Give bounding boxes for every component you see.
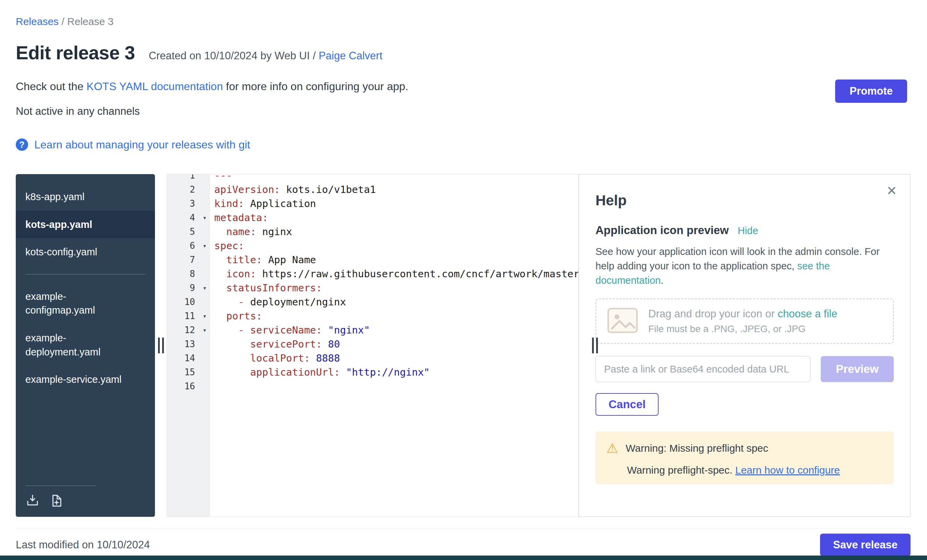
panel-drag-handle-icon[interactable] <box>592 338 598 354</box>
code-line[interactable]: 10 - deployment/nginx <box>167 295 578 309</box>
code-line[interactable]: 9▾ statusInformers: <box>167 281 578 295</box>
help-panel: × Help Application icon preview Hide See… <box>579 174 910 517</box>
paste-link-row: Preview <box>596 356 894 382</box>
file-tree-secondary: example-configmap.yamlexample-deployment… <box>16 283 155 393</box>
code-line[interactable]: 4▾metadata: <box>167 211 578 225</box>
code-line[interactable]: 2apiVersion: kots.io/v1beta1 <box>167 182 578 196</box>
created-info: Created on 10/10/2024 by Web UI / Paige … <box>149 50 383 62</box>
line-number: 5 <box>167 226 210 237</box>
last-modified-text: Last modified on 10/10/2024 <box>16 539 150 551</box>
preview-button[interactable]: Preview <box>821 356 894 382</box>
icon-preview-description: See how your application icon will look … <box>596 244 894 288</box>
channel-status: Not active in any channels <box>16 105 910 118</box>
code-line[interactable]: 13 servicePort: 80 <box>167 337 578 351</box>
dropzone-text: Drag and drop your icon or choose a file <box>648 308 837 320</box>
file-tree: k8s-app.yamlkots-app.yamlkots-config.yam… <box>16 174 155 517</box>
code-text: apiVersion: kots.io/v1beta1 <box>210 184 376 195</box>
file-tree-footer <box>25 486 96 508</box>
description-text: See how your application icon will look … <box>596 246 880 272</box>
image-placeholder-icon <box>607 307 638 335</box>
docs-text-before: Check out the <box>16 80 83 93</box>
icon-preview-section-header: Application icon preview Hide <box>596 224 894 237</box>
fold-caret-icon[interactable]: ▾ <box>203 284 207 292</box>
help-panel-title: Help <box>596 192 894 209</box>
breadcrumb-separator: / <box>61 16 64 27</box>
file-tree-item[interactable]: k8s-app.yaml <box>16 183 155 211</box>
save-release-button[interactable]: Save release <box>820 534 910 556</box>
drag-handle-icon[interactable] <box>158 338 164 354</box>
code-text: localPort: 8888 <box>210 352 340 364</box>
file-tree-item[interactable]: example-configmap.yaml <box>16 283 155 324</box>
code-text: --- <box>210 174 232 181</box>
fold-caret-icon[interactable]: ▾ <box>203 326 207 334</box>
warning-title: Warning: Missing preflight spec <box>626 442 768 454</box>
code-line[interactable]: 16 <box>167 379 578 393</box>
code-line[interactable]: 12▾ - serviceName: "nginx" <box>167 323 578 337</box>
title-row: Edit release 3 Created on 10/10/2024 by … <box>16 42 910 64</box>
bottom-edge-strip <box>0 555 927 560</box>
fold-caret-icon[interactable]: ▾ <box>203 241 207 250</box>
line-number: 8 <box>167 269 210 279</box>
code-line[interactable]: 6▾spec: <box>167 238 578 253</box>
file-tree-item[interactable]: kots-app.yaml <box>16 211 155 238</box>
line-number: 7 <box>167 255 210 265</box>
code-line[interactable]: 15 applicationUrl: "http://nginx" <box>167 365 578 379</box>
file-tree-divider <box>25 274 145 275</box>
fold-caret-icon[interactable]: ▾ <box>203 214 207 222</box>
upload-file-icon[interactable] <box>25 493 40 508</box>
created-text: Created on 10/10/2024 by Web UI / <box>149 50 316 62</box>
promote-button[interactable]: Promote <box>835 79 907 103</box>
docs-text-after: for more info on configuring your app. <box>226 80 408 93</box>
code-line[interactable]: 3kind: Application <box>167 196 578 211</box>
warning-detail: Warning preflight-spec. Learn how to con… <box>627 464 883 476</box>
file-tree-item[interactable]: example-service.yaml <box>16 366 155 393</box>
file-tree-item[interactable]: example-deployment.yaml <box>16 324 155 366</box>
code-text: spec: <box>210 240 244 252</box>
line-number: 3 <box>167 199 210 209</box>
yaml-code-editor[interactable]: 1---2apiVersion: kots.io/v1beta13kind: A… <box>167 174 579 517</box>
line-number: 9▾ <box>167 283 210 293</box>
icon-url-input[interactable] <box>596 356 810 382</box>
line-number: 14 <box>167 353 210 363</box>
file-tree-item[interactable]: kots-config.yaml <box>16 238 155 266</box>
code-text: metadata: <box>210 212 268 223</box>
cancel-button[interactable]: Cancel <box>596 393 658 416</box>
choose-file-link[interactable]: choose a file <box>778 308 837 320</box>
code-text: name: nginx <box>210 226 292 238</box>
code-text: applicationUrl: "http://nginx" <box>210 366 430 378</box>
line-number: 11▾ <box>167 311 210 321</box>
edit-release-page: Releases / Release 3 Edit release 3 Crea… <box>0 0 927 560</box>
code-line[interactable]: 8 icon: https://raw.githubusercontent.co… <box>167 267 578 281</box>
icon-preview-title: Application icon preview <box>596 224 729 237</box>
git-help-row: ? Learn about managing your releases wit… <box>16 137 910 152</box>
left-pane-splitter <box>155 174 167 517</box>
question-mark-icon[interactable]: ? <box>16 138 28 151</box>
kots-yaml-docs-link[interactable]: KOTS YAML documentation <box>87 80 223 93</box>
author-link[interactable]: Paige Calvert <box>319 50 382 62</box>
code-line[interactable]: 11▾ ports: <box>167 309 578 323</box>
code-line[interactable]: 1--- <box>167 174 578 182</box>
breadcrumb-current: Release 3 <box>67 16 114 27</box>
file-tree-footer-divider <box>25 486 96 486</box>
close-icon[interactable]: × <box>885 182 898 199</box>
hide-link[interactable]: Hide <box>738 225 758 237</box>
code-text: - deployment/nginx <box>210 296 346 308</box>
code-line[interactable]: 14 localPort: 8888 <box>167 351 578 365</box>
code-text: statusInformers: <box>210 282 322 294</box>
code-lines: 1---2apiVersion: kots.io/v1beta13kind: A… <box>167 174 578 393</box>
code-text: kind: Application <box>210 198 316 209</box>
breadcrumb-releases-link[interactable]: Releases <box>16 16 59 27</box>
git-help-link[interactable]: Learn about managing your releases with … <box>34 138 250 151</box>
icon-dropzone[interactable]: Drag and drop your icon or choose a file… <box>596 299 894 344</box>
page-content: Releases / Release 3 Edit release 3 Crea… <box>0 0 927 556</box>
code-text: servicePort: 80 <box>210 338 340 350</box>
new-file-icon[interactable] <box>49 493 64 508</box>
line-number: 1 <box>167 174 210 181</box>
learn-how-to-configure-link[interactable]: Learn how to configure <box>736 464 840 476</box>
code-line[interactable]: 7 title: App Name <box>167 253 578 267</box>
code-line[interactable]: 5 name: nginx <box>167 225 578 238</box>
code-text: ports: <box>210 310 262 322</box>
preflight-warning-box: ⚠ Warning: Missing preflight spec Warnin… <box>596 431 894 484</box>
fold-caret-icon[interactable]: ▾ <box>203 312 207 320</box>
page-title: Edit release 3 <box>16 42 135 64</box>
